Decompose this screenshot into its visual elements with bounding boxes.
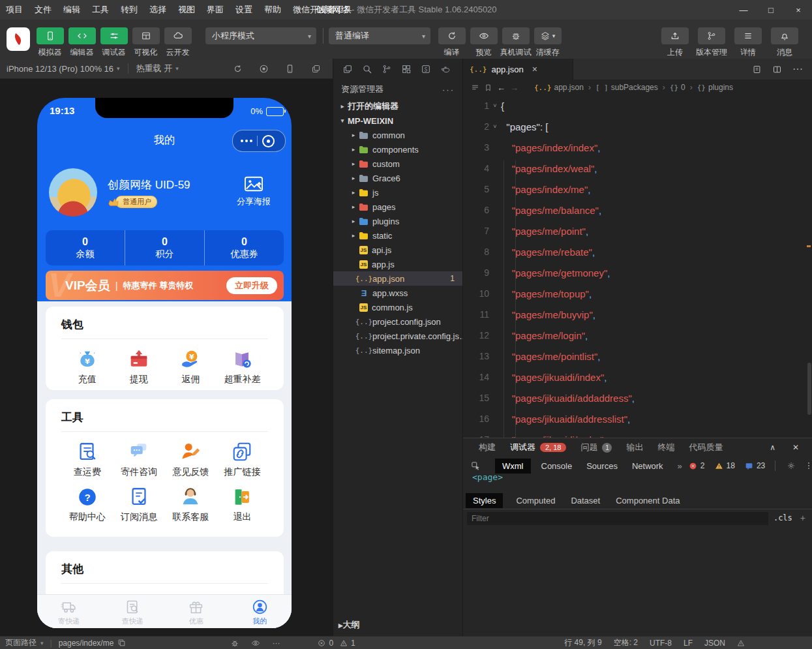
compile-select[interactable]: 普通编译▾ [329, 27, 430, 44]
toolbar-button-layout[interactable]: 可视化 [130, 27, 162, 58]
menu-编辑[interactable]: 编辑 [57, 0, 86, 20]
grid-item-withdraw[interactable]: 提现 [113, 348, 164, 385]
menu-工具[interactable]: 工具 [86, 0, 115, 20]
toolbar-button-code[interactable]: 编辑器 [66, 27, 98, 58]
filter-input[interactable]: Filter [467, 512, 768, 525]
tree-item-components[interactable]: ▸ components [333, 142, 462, 157]
grid-item-fee[interactable]: 查运费 [61, 441, 113, 478]
collapse-panel-icon[interactable]: ∧ [770, 443, 775, 452]
debugger-tab-问题[interactable]: 问题 1 [580, 442, 612, 453]
statusbar-warning-icon[interactable] [737, 639, 745, 647]
editor-scrollbar[interactable] [805, 95, 812, 438]
tree-item-common.js[interactable]: JScommon.js [333, 300, 462, 314]
page-path-label[interactable]: 页面路径 [5, 637, 37, 648]
vconsole-icon[interactable] [230, 639, 239, 648]
devtools-tab-Wxml[interactable]: Wxml [495, 459, 531, 474]
tree-item-app.wxss[interactable]: Ǝapp.wxss [333, 286, 462, 300]
stat-积分[interactable]: 0 积分 [125, 230, 204, 265]
capsule-menu[interactable] [232, 130, 286, 152]
grid-item-promo[interactable]: 推广链接 [217, 441, 268, 478]
menu-选择[interactable]: 选择 [143, 0, 172, 20]
toolbar-button-phone[interactable]: 模拟器 [34, 27, 66, 58]
open-preview-icon[interactable] [752, 65, 762, 74]
activity-files-icon[interactable] [342, 64, 353, 74]
toolbar-button-cloud[interactable]: 云开发 [162, 27, 194, 58]
tab-我的[interactable]: 我的 [228, 595, 292, 628]
style-tab-Styles[interactable]: Styles [466, 493, 503, 508]
hot-reload-toggle[interactable]: 热重载 开▾ [136, 63, 179, 74]
more-actions-icon[interactable]: ··· [792, 63, 803, 75]
copy-path-icon[interactable] [117, 639, 126, 647]
statusbar-item[interactable]: UTF-8 [650, 639, 672, 648]
grid-item-service[interactable]: 联系客服 [165, 486, 217, 523]
tree-item-common[interactable]: ▸ common [333, 128, 462, 142]
statusbar-item[interactable]: 行 49, 列 9 [564, 637, 601, 648]
stat-余额[interactable]: 0 余额 [46, 230, 125, 265]
share-poster-button[interactable]: 分享海报 [229, 175, 278, 207]
tree-item-api.js[interactable]: JSapi.js [333, 243, 462, 257]
devtools-settings-icon[interactable] [787, 461, 796, 470]
outline-section[interactable]: ▸ 大纲 [333, 618, 462, 632]
debugger-tab-终端[interactable]: 终端 [657, 442, 674, 453]
tab-app-json[interactable]: {..} app.json × [463, 59, 573, 80]
menu-微信开发者工具[interactable]: 微信开发者工具 [287, 0, 358, 20]
style-tab-Computed[interactable]: Computed [516, 496, 555, 506]
tree-item-project.config.json[interactable]: {..}project.config.json [333, 314, 462, 329]
tree-item-project.private.config.js…[interactable]: {..}project.private.config.js… [333, 329, 462, 343]
sim-refresh-icon[interactable] [233, 64, 243, 74]
cls-toggle[interactable]: .cls [774, 513, 792, 522]
grid-item-subscribe[interactable]: 订阅消息 [113, 486, 164, 523]
close-panel-icon[interactable]: ✕ [792, 443, 799, 452]
nav-forward-icon[interactable]: → [510, 83, 519, 93]
tree-item-app.js[interactable]: JSapp.js [333, 257, 462, 271]
mode-select[interactable]: 小程序模式▾ [205, 27, 316, 44]
menu-项目[interactable]: 项目 [0, 0, 29, 20]
bookmark-icon[interactable] [484, 83, 492, 92]
tab-寄快递[interactable]: 寄快递 [37, 595, 101, 628]
code-line-1[interactable]: 1 ˅{ [463, 95, 812, 116]
devtools-tab-Sources[interactable]: Sources [586, 461, 618, 471]
toolbar-button-refresh[interactable]: 编译 [436, 27, 468, 58]
menu-界面[interactable]: 界面 [201, 0, 230, 20]
grid-item-help[interactable]: ? 帮助中心 [61, 486, 113, 523]
code-line-3[interactable]: 3 "pages/index/index", [463, 137, 812, 158]
grid-item-feedback[interactable]: 意见反馈 [165, 441, 217, 478]
console-warning-icon[interactable] [715, 462, 723, 470]
statusbar-item[interactable]: JSON [704, 639, 725, 648]
breadcrumb-segment[interactable]: {..}app.json [534, 83, 584, 92]
grid-item-consult[interactable]: 寄件咨询 [113, 441, 164, 478]
outline-list-icon[interactable] [471, 83, 479, 92]
console-error-icon[interactable] [689, 462, 697, 470]
grid-item-exit[interactable]: 退出 [217, 486, 268, 523]
tree-item-pages[interactable]: ▸ pages [333, 200, 462, 214]
toolbar-button-sliders[interactable]: 调试器 [98, 27, 130, 58]
explorer-more-icon[interactable]: ··· [442, 85, 455, 95]
statusbar-item[interactable]: 空格: 2 [614, 637, 638, 648]
tree-item-custom[interactable]: ▸ custom [333, 157, 462, 171]
style-tab-Component Data[interactable]: Component Data [616, 496, 680, 506]
statusbar-item[interactable]: LF [684, 639, 693, 648]
menu-转到[interactable]: 转到 [115, 0, 143, 20]
exit-target-icon[interactable] [262, 135, 275, 147]
breadcrumb-segment[interactable]: {}0 [670, 83, 685, 92]
debugger-tab-输出[interactable]: 输出 [626, 442, 643, 453]
problem-counts[interactable]: 0 1 [318, 639, 355, 648]
preview-eye-icon[interactable] [251, 639, 260, 648]
toolbar-button-layers[interactable]: ▾ 清缓存 [532, 27, 564, 58]
breadcrumb-segment[interactable]: [ ]subPackages [595, 83, 658, 92]
menu-设置[interactable]: 设置 [230, 0, 258, 20]
activity-git-branch-icon[interactable] [382, 64, 392, 74]
debugger-tab-代码质量[interactable]: 代码质量 [689, 442, 723, 453]
toolbar-button-upload[interactable]: 上传 [657, 27, 693, 58]
add-style-icon[interactable]: + [800, 513, 805, 523]
sim-record-icon[interactable] [259, 64, 269, 74]
devtools-more-icon[interactable] [804, 461, 812, 470]
toolbar-button-branch[interactable]: 版本管理 [693, 27, 730, 58]
style-tab-Dataset[interactable]: Dataset [571, 496, 600, 506]
scrollbar-thumb[interactable] [807, 363, 811, 415]
activity-tea-icon[interactable] [440, 64, 451, 74]
grid-item-rebate[interactable]: ¥ 返佣 [165, 348, 217, 385]
nav-back-icon[interactable]: ← [497, 83, 505, 93]
vip-upgrade-button[interactable]: 立即升级 [226, 277, 277, 294]
fold-chevron-icon[interactable]: ˅ [489, 102, 501, 109]
